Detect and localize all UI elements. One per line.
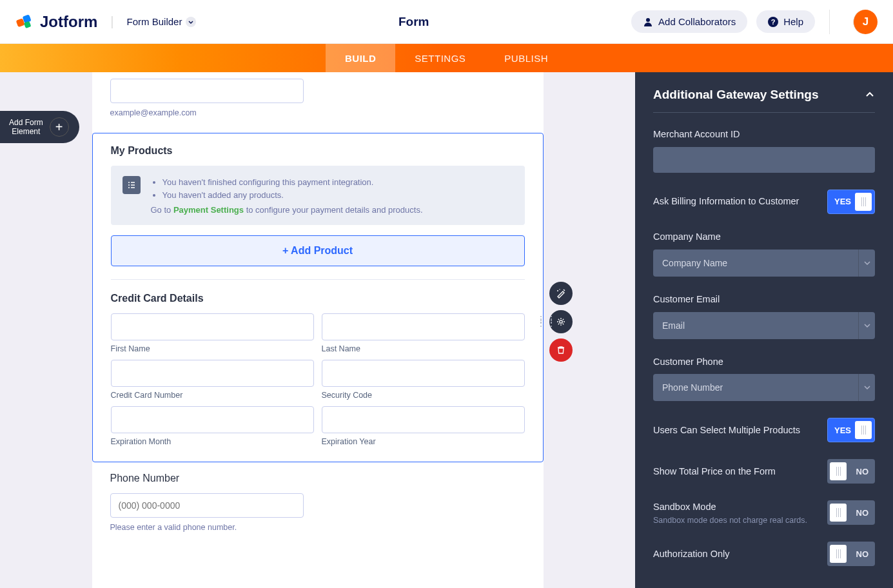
builder-dropdown[interactable]: Form Builder bbox=[127, 16, 197, 27]
add-collaborators-button[interactable]: Add Collaborators bbox=[631, 10, 747, 33]
user-icon bbox=[643, 17, 653, 27]
help-button[interactable]: ? Help bbox=[756, 10, 815, 33]
tab-build[interactable]: BUILD bbox=[326, 44, 395, 72]
logo[interactable]: Jotform bbox=[15, 13, 97, 31]
tab-publish[interactable]: PUBLISH bbox=[485, 44, 567, 72]
logo-icon bbox=[15, 13, 34, 31]
svg-point-3 bbox=[186, 17, 196, 27]
svg-point-4 bbox=[646, 18, 650, 22]
app-header: Jotform | Form Builder Form Add Collabor… bbox=[0, 0, 893, 44]
svg-text:?: ? bbox=[771, 18, 776, 26]
chevron-down-icon bbox=[186, 17, 196, 27]
tab-settings[interactable]: SETTINGS bbox=[395, 44, 485, 72]
help-icon: ? bbox=[768, 17, 778, 27]
brand-name: Jotform bbox=[40, 13, 97, 31]
form-title[interactable]: Form bbox=[196, 15, 631, 29]
avatar[interactable]: J bbox=[853, 10, 878, 34]
nav-bar: BUILD SETTINGS PUBLISH bbox=[0, 44, 893, 72]
